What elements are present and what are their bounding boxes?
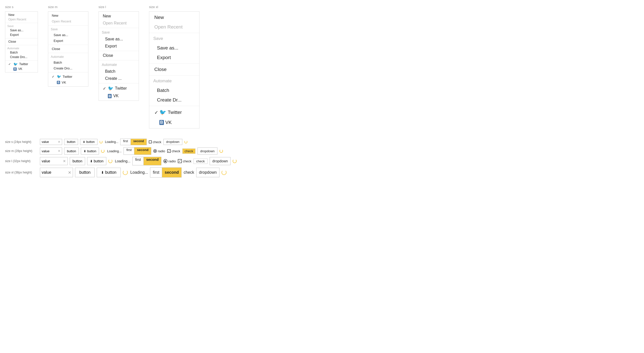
input-m-field[interactable] <box>42 149 57 153</box>
menu-item-save-as-xl[interactable]: Save as... <box>149 43 199 53</box>
seg-first-m[interactable]: first <box>124 147 134 155</box>
radio-m[interactable]: radio <box>153 149 165 153</box>
button-download-l[interactable]: button <box>87 157 106 165</box>
clear-l-btn[interactable]: ✕ <box>63 159 66 163</box>
menu-item-open-recent-l[interactable]: Open Recent <box>99 20 139 27</box>
menu-item-new-m[interactable]: New <box>48 13 88 18</box>
dropdown-label-l: dropdown <box>212 159 228 163</box>
menu-item-create-l[interactable]: Create ... <box>99 75 139 82</box>
radio-l[interactable]: radio <box>163 159 176 163</box>
menu-section: Close <box>149 64 199 75</box>
check-s[interactable]: check <box>149 140 161 144</box>
menu-item-close-m[interactable]: Close <box>48 46 88 52</box>
menu-item-new-l[interactable]: New <box>99 13 139 20</box>
menu-item-twitter-s[interactable]: ✓ 🐦 Twitter <box>5 62 38 67</box>
menu-item-batch-xl[interactable]: Batch <box>149 86 199 95</box>
dropdown-l[interactable]: dropdown <box>210 157 231 165</box>
button-s[interactable]: button <box>64 139 78 145</box>
check-m[interactable]: ✓ check <box>167 149 180 153</box>
download-icon-xl <box>101 170 104 175</box>
seg-first-xl[interactable]: first <box>150 168 162 177</box>
seg-s: first second <box>120 139 146 145</box>
menu-item-vk-s[interactable]: B VK <box>5 67 38 71</box>
menu-section: Save Save as... Export <box>5 23 38 38</box>
menu-item-create-m[interactable]: Create Dro... <box>48 65 88 71</box>
menu-item-close-l[interactable]: Close <box>99 52 139 59</box>
check-empty-s <box>8 67 12 71</box>
button-m[interactable]: button <box>64 147 79 155</box>
menu-item-twitter-l[interactable]: ✓ 🐦 Twitter <box>99 84 139 92</box>
input-s[interactable]: ✕ <box>40 139 62 145</box>
menu-item-export-m[interactable]: Export <box>48 38 88 44</box>
button-download-m[interactable]: button <box>81 147 99 155</box>
check-tick-l: ✓ <box>179 159 181 163</box>
seg-first-l[interactable]: first <box>133 157 144 165</box>
menu-item-vk-xl[interactable]: B VK <box>149 118 199 127</box>
menu-item-export-l[interactable]: Export <box>99 43 139 50</box>
spinner2-l <box>233 159 237 163</box>
menu-item-close-s[interactable]: Close <box>5 39 38 44</box>
menu-item-open-recent-s[interactable]: Open Recent <box>5 17 38 22</box>
button-download-xl[interactable]: button <box>97 168 120 177</box>
menu-item-open-recent-xl[interactable]: Open Recent <box>149 22 199 32</box>
seg-second-l[interactable]: second <box>144 157 161 165</box>
loading-text-m: Loading... <box>107 149 121 153</box>
menu-item-save-as-m[interactable]: Save as... <box>48 32 88 38</box>
check-empty-xl <box>154 120 158 125</box>
menu-item-twitter-m[interactable]: ✓ 🐦 Twitter <box>48 73 88 80</box>
menu-item-batch-s[interactable]: Batch <box>5 50 38 55</box>
menu-item-vk-l[interactable]: B VK <box>99 92 139 99</box>
menu-item-new-s[interactable]: New <box>5 13 38 17</box>
check-l[interactable]: ✓ check <box>178 159 191 163</box>
dropdown-xl[interactable]: dropdown <box>196 168 219 177</box>
button-m-label: button <box>87 149 96 153</box>
seg-second-m[interactable]: second <box>134 147 151 155</box>
menu-item-create-xl[interactable]: Create Dr... <box>149 95 199 105</box>
check-xl[interactable]: check <box>184 170 194 175</box>
button-l[interactable]: button <box>70 157 85 165</box>
input-l-field[interactable] <box>42 159 62 163</box>
seg-second-s[interactable]: second <box>131 139 146 145</box>
menu-item-export-xl[interactable]: Export <box>149 53 199 62</box>
menu-item-save-as-l[interactable]: Save as... <box>99 36 139 43</box>
button-download-s[interactable]: button <box>80 139 97 145</box>
spinner2-m <box>219 149 223 153</box>
input-s-field[interactable] <box>42 140 57 144</box>
dropdown-s[interactable]: dropdown <box>163 139 182 145</box>
menu-item-new-xl[interactable]: New <box>149 13 199 22</box>
menu-item-create-s[interactable]: Create Dro... <box>5 55 38 59</box>
spinner-m <box>101 149 105 153</box>
input-l[interactable]: ✕ <box>40 157 68 165</box>
menu-item-close-xl[interactable]: Close <box>149 65 199 74</box>
spinner2-xl <box>221 170 227 175</box>
button-xl[interactable]: button <box>75 168 95 177</box>
menu-item-open-recent-m[interactable]: Open Recent <box>48 18 88 24</box>
seg-second-xl[interactable]: second <box>162 168 181 177</box>
clear-xl-btn[interactable]: ✕ <box>68 170 71 175</box>
menu-item-twitter-xl[interactable]: ✓ 🐦 Twitter <box>149 107 199 118</box>
check2-m[interactable]: check <box>182 148 195 154</box>
spinner-l <box>108 159 112 163</box>
input-m[interactable]: ✕ <box>40 147 62 155</box>
menu-item-batch-l[interactable]: Batch <box>99 68 139 75</box>
button-xl-label: button <box>105 170 116 175</box>
menu-item-save-as-s[interactable]: Save as... <box>5 28 38 33</box>
check-label-m: check <box>172 149 180 153</box>
input-xl-field[interactable] <box>42 170 67 175</box>
check2-l[interactable]: check <box>193 159 208 164</box>
menu-item-vk-m[interactable]: B VK <box>48 80 88 85</box>
seg-first-s[interactable]: first <box>120 139 131 145</box>
menu-item-export-s[interactable]: Export <box>5 33 38 37</box>
clear-s-btn[interactable]: ✕ <box>58 140 60 144</box>
dropdown-m[interactable]: dropdown <box>197 147 217 155</box>
vk-icon-s: B <box>13 67 17 71</box>
menu-item-batch-m[interactable]: Batch <box>48 60 88 65</box>
menu-header-save-xl: Save <box>149 34 199 43</box>
menu-section: Save Save as... Export <box>149 33 199 64</box>
size-xl-label: size xl <box>149 5 200 9</box>
download-icon-s <box>83 140 85 144</box>
check-label-s: check <box>153 140 161 144</box>
clear-m-btn[interactable]: ✕ <box>58 149 60 153</box>
vk-icon-xl: B <box>159 120 164 125</box>
input-xl[interactable]: ✕ <box>40 168 73 177</box>
